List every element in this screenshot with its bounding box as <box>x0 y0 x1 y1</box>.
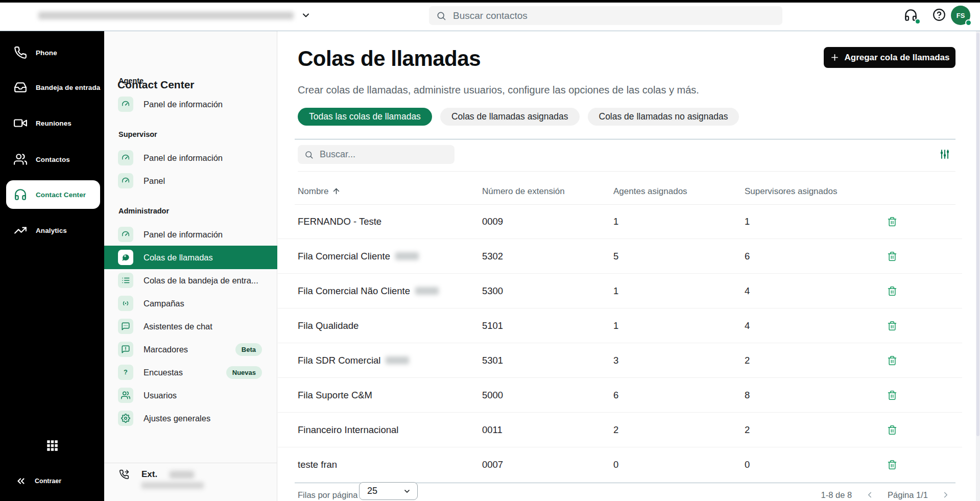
search-icon <box>304 150 314 159</box>
avatar[interactable]: FS <box>951 6 970 25</box>
delete-queue-button[interactable] <box>885 249 899 264</box>
sidebar-item-bandeja-de-entrada[interactable]: Bandeja de entrada <box>0 77 104 98</box>
table-row[interactable]: Fila SDR Comercial530132 <box>278 343 962 378</box>
subnav-item-panel-de-información[interactable]: Panel de información <box>104 146 277 170</box>
subnav-item-encuestas[interactable]: ?EncuestasNuevas <box>104 361 277 384</box>
delete-queue-button[interactable] <box>885 388 899 402</box>
extension-label: Ext. <box>141 469 157 480</box>
trash-icon <box>887 425 897 435</box>
subnav-item-label: Campañas <box>144 299 184 308</box>
extension-number: 5101 <box>482 320 613 331</box>
sidebar-item-contactos[interactable]: Contactos <box>0 149 104 170</box>
subnav-item-label: Encuestas <box>144 368 183 377</box>
gear-icon <box>121 414 130 423</box>
analytics-icon <box>14 224 27 237</box>
table-row[interactable]: Fila Qualidade510114 <box>278 308 962 343</box>
supervisors-assigned: 8 <box>745 390 872 401</box>
delete-queue-button[interactable] <box>885 284 899 298</box>
inbox-icon <box>14 81 27 94</box>
arrow-up-icon <box>332 187 341 196</box>
tab-colas-de-llamadas-asignadas[interactable]: Colas de llamadas asignadas <box>440 108 580 126</box>
extension-number: 5301 <box>482 355 613 366</box>
delete-queue-button[interactable] <box>885 458 899 472</box>
gauge-icon-box <box>118 150 133 165</box>
subnav-item-campañas[interactable]: Campañas <box>104 292 277 315</box>
agents-assigned: 2 <box>613 424 745 436</box>
sidebar-item-label: Analytics <box>36 227 67 234</box>
delete-queue-button[interactable] <box>885 319 899 333</box>
sort-by-name[interactable]: Nombre <box>298 186 341 197</box>
table-row[interactable]: Financeiro Internacional001122 <box>278 413 962 447</box>
extension-number-redacted <box>170 471 194 479</box>
extension-info[interactable]: Ext. <box>119 469 194 480</box>
section-header: Agente <box>118 77 144 85</box>
subnav-item-colas-de-llamadas[interactable]: Colas de llamadas <box>104 246 277 269</box>
sidebar-item-contact-center[interactable]: Contact Center <box>6 180 100 209</box>
question-icon: ? <box>121 368 130 377</box>
filter-sliders-icon[interactable] <box>939 148 951 160</box>
trash-icon <box>887 217 897 227</box>
subnav-item-asistentes-de-chat[interactable]: Asistentes de chat <box>104 315 277 338</box>
subnav-item-colas-de-la-bandeja-de-entra-[interactable]: Colas de la bandeja de entra... <box>104 269 277 292</box>
sidebar-item-analytics[interactable]: Analytics <box>0 220 104 241</box>
sidebar-item-reuniones[interactable]: Reuniones <box>0 113 104 133</box>
filter-icon <box>939 148 951 160</box>
avatar-status-dot <box>965 19 972 26</box>
scrollbar-thumb[interactable] <box>976 33 979 436</box>
global-search-input[interactable] <box>453 10 775 21</box>
subnav-item-usuarios[interactable]: Usuarios <box>104 384 277 407</box>
broadcast-icon-box <box>118 296 133 311</box>
phone-forward-icon <box>119 469 129 480</box>
app-grid-icon[interactable] <box>45 439 59 452</box>
rows-per-page-label: Filas por página <box>298 486 357 501</box>
subnav-item-marcadores[interactable]: MarcadoresBeta <box>104 338 277 361</box>
divider <box>298 171 955 172</box>
previous-page-button[interactable] <box>864 489 875 500</box>
next-page-button[interactable] <box>940 489 951 500</box>
delete-queue-button[interactable] <box>885 214 899 229</box>
table-search-input[interactable] <box>320 149 448 160</box>
gauge-icon <box>121 230 130 239</box>
add-call-queue-button[interactable]: Agregar cola de llamadas <box>824 47 955 68</box>
agents-assigned: 3 <box>613 355 745 366</box>
tab-colas-de-llamadas-no-asignadas[interactable]: Colas de llamadas no asignadas <box>588 108 739 126</box>
agents-assigned: 5 <box>613 251 745 262</box>
tab-todas-las-colas-de-llamadas[interactable]: Todas las colas de llamadas <box>298 108 432 126</box>
trash-icon <box>887 355 897 366</box>
extension-number: 5302 <box>482 251 613 262</box>
agents-assigned: 6 <box>613 390 745 401</box>
chevron-left-icon <box>865 490 874 499</box>
queue-icon <box>121 253 130 262</box>
table-row[interactable]: Fila Comercial Não Cliente530014 <box>278 274 962 308</box>
sidebar-item-phone[interactable]: Phone <box>0 42 104 63</box>
table-row[interactable]: Fila Suporte C&M500068 <box>278 378 962 413</box>
collapse-sidebar-button[interactable]: Contraer <box>15 475 61 487</box>
account-selector[interactable] <box>38 9 311 21</box>
table-row[interactable]: teste fran000700 <box>278 447 962 482</box>
table-row[interactable]: Fila Comercial Cliente530256 <box>278 239 962 274</box>
help-icon[interactable] <box>933 8 946 21</box>
chevron-right-icon <box>941 490 950 499</box>
redacted-text <box>395 252 419 260</box>
queue-name: Financeiro Internacional <box>298 424 398 436</box>
global-search[interactable] <box>429 6 782 25</box>
supervisors-assigned: 2 <box>745 355 872 366</box>
window-top-strip <box>0 0 980 3</box>
delete-queue-button[interactable] <box>885 423 899 437</box>
rows-per-page-select[interactable]: 25 <box>359 482 418 500</box>
extension-number: 0011 <box>482 424 613 436</box>
primary-sidebar: Contraer PhoneBandeja de entradaReunione… <box>0 31 104 501</box>
subnav-item-panel[interactable]: Panel <box>104 169 277 193</box>
delete-queue-button[interactable] <box>885 353 899 368</box>
sidebar-item-label: Phone <box>36 49 57 57</box>
subnav-item-panel-de-información[interactable]: Panel de información <box>104 223 277 246</box>
avatar-initials: FS <box>957 12 965 19</box>
subnav-item-ajustes-generales[interactable]: Ajustes generales <box>104 407 277 430</box>
table-row[interactable]: FERNANDO - Teste000911 <box>278 204 962 239</box>
subnav-item-panel-de-información[interactable]: Panel de información <box>104 92 277 116</box>
pagination-range: 1-8 de 8 <box>821 490 852 500</box>
trash-icon <box>887 251 897 261</box>
trash-icon <box>887 286 897 296</box>
table-search[interactable] <box>298 145 455 164</box>
svg-text:?: ? <box>124 368 128 376</box>
